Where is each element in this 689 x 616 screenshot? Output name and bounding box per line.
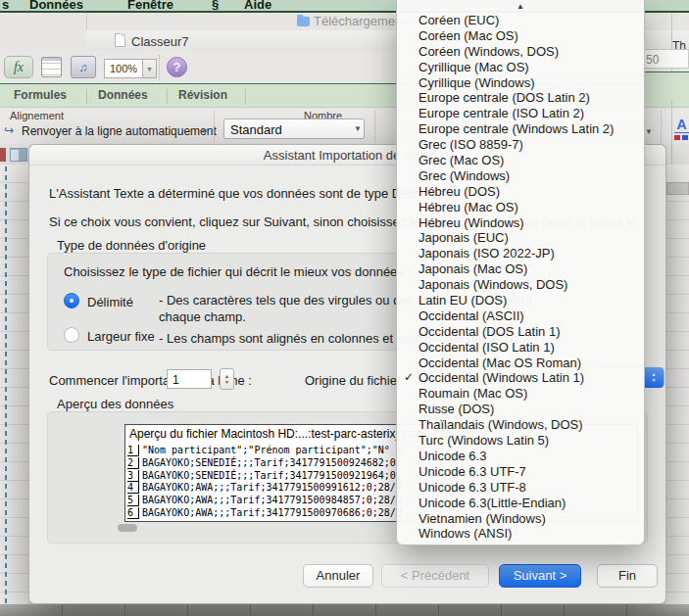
encoding-menu-item[interactable]: ✓ Japonais (EUC) bbox=[397, 230, 644, 246]
radio-delimited[interactable] bbox=[64, 293, 79, 308]
encoding-menu-item[interactable]: ✓ Europe centrale (DOS Latin 2) bbox=[397, 90, 644, 106]
encoding-menu-item[interactable]: ✓ Occidental (Mac OS Roman) bbox=[397, 355, 644, 371]
file-origin-popup-menu: ▲ ✓ Coréen (EUC) ✓ Coréen (Mac OS) ✓ Cor… bbox=[396, 0, 645, 545]
encoding-menu-item[interactable]: ✓ Russe (DOS) bbox=[397, 402, 644, 417]
borders-icon[interactable] bbox=[10, 148, 27, 162]
encoding-menu-item[interactable]: ✓ Grec (ISO 8859-7) bbox=[397, 137, 644, 153]
selected-cell[interactable] bbox=[666, 182, 689, 195]
wrap-text-control[interactable]: Renvoyer à la ligne automatiquement bbox=[22, 124, 217, 138]
encoding-menu-item[interactable]: ✓ Thaïlandais (Windows, DOS) bbox=[397, 417, 644, 433]
encoding-menu-item-label: Occidental (DOS Latin 1) bbox=[418, 324, 561, 339]
wrap-text-icon: ↪ bbox=[4, 123, 19, 138]
encoding-menu-item-label: Occidental (Mac OS Roman) bbox=[418, 355, 581, 370]
encoding-menu-item[interactable]: ✓ Windows (ANSI) bbox=[397, 526, 644, 542]
encoding-menu-item-label: Europe centrale (Windows Latin 2) bbox=[418, 121, 614, 136]
file-origin-label: Origine du fichier : bbox=[305, 373, 409, 388]
encoding-menu-item-label: Vietnamien (Windows) bbox=[418, 511, 546, 526]
encoding-menu-item-label: Occidental (Windows Latin 1) bbox=[418, 370, 584, 385]
encoding-menu-item[interactable]: ✓ Occidental (DOS Latin 1) bbox=[397, 324, 644, 340]
zoom-select[interactable]: 100% bbox=[104, 59, 143, 78]
toolbar-divider bbox=[159, 55, 160, 80]
encoding-menu-item[interactable]: ✓ Grec (Mac OS) bbox=[397, 153, 644, 168]
cell-value-field: 50 bbox=[642, 49, 689, 69]
encoding-menu-item[interactable]: ✓ Hébreu (DOS) bbox=[397, 184, 644, 200]
encoding-menu-item-label: Europe centrale (DOS Latin 2) bbox=[418, 90, 590, 105]
encoding-menu-item-label: Russe (DOS) bbox=[418, 402, 494, 416]
font-color-icon[interactable]: A bbox=[674, 117, 689, 133]
fill-color-icon[interactable] bbox=[0, 148, 6, 162]
encoding-menu-item[interactable]: ✓ Unicode 6.3 UTF-7 bbox=[397, 464, 644, 480]
radio-fixed-width[interactable] bbox=[64, 327, 79, 343]
page-break-line bbox=[5, 166, 7, 604]
formula-builder-button[interactable]: fx bbox=[4, 56, 33, 78]
document-icon bbox=[115, 33, 125, 47]
encoding-menu-item[interactable]: ✓ Occidental (ISO Latin 1) bbox=[397, 340, 644, 355]
encoding-menu-item[interactable]: ✓ Coréen (EUC) bbox=[397, 13, 644, 28]
encoding-menu-item-label: Unicode 6.3 UTF-8 bbox=[418, 480, 526, 495]
encoding-menu-item[interactable]: ✓ Coréen (Mac OS) bbox=[397, 28, 644, 44]
group-divider bbox=[214, 111, 215, 143]
menu-item-partial[interactable]: s bbox=[2, 0, 9, 11]
spreadsheet-bottom-band bbox=[0, 604, 689, 616]
zoom-dropdown-arrow[interactable]: ▼ bbox=[143, 59, 157, 78]
encoding-menu-item[interactable]: ✓ Europe centrale (Windows Latin 2) bbox=[397, 121, 644, 137]
encoding-menu-item[interactable]: ✓ Vietnamien (Windows) bbox=[397, 511, 644, 527]
delimited-desc-2: chaque champ. bbox=[159, 309, 246, 324]
encoding-menu-item[interactable]: ✓ Hébreu (Mac OS) bbox=[397, 200, 644, 215]
finish-button[interactable]: Fin bbox=[597, 564, 658, 588]
encoding-menu-item[interactable]: ✓ Grec (Windows) bbox=[397, 168, 644, 184]
menu-item-aide[interactable]: Aide bbox=[244, 0, 271, 11]
cancel-button[interactable]: Annuler bbox=[303, 564, 373, 588]
next-button[interactable]: Suivant > bbox=[499, 564, 581, 588]
encoding-menu-item-label: Grec (Windows) bbox=[418, 168, 510, 183]
tab-formules[interactable]: Formules bbox=[14, 88, 67, 102]
group-divider bbox=[374, 111, 375, 143]
encoding-menu-item-label: Japonais (ISO 2022-JP) bbox=[418, 246, 555, 261]
sheet-icon[interactable] bbox=[41, 57, 62, 77]
help-button[interactable]: ? bbox=[167, 57, 187, 77]
encoding-menu-item-label: Unicode 6.3(Little-Endian) bbox=[418, 496, 566, 510]
encoding-menu-item[interactable]: ✓ Unicode 6.3(Little-Endian) bbox=[397, 496, 644, 511]
encoding-menu-item[interactable]: ✓ Unicode 6.3 UTF-8 bbox=[397, 480, 644, 496]
previous-button: < Précédent bbox=[381, 564, 489, 588]
encoding-menu-item-label: Turc (Windows Latin 5) bbox=[418, 433, 549, 448]
radio-delimited-label[interactable]: Délimité bbox=[87, 295, 133, 309]
encoding-menu-item[interactable]: ✓ Coréen (Windows, DOS) bbox=[397, 44, 644, 60]
scroll-up-arrow-icon[interactable]: ▲ bbox=[397, 0, 644, 13]
tab-donnees[interactable]: Données bbox=[98, 88, 148, 102]
group-divider bbox=[661, 111, 662, 143]
script-menu-icon[interactable]: § bbox=[212, 0, 219, 11]
media-browser-icon[interactable]: ♫ bbox=[71, 56, 96, 78]
encoding-menu-item[interactable]: ✓ Japonais (Windows, DOS) bbox=[397, 277, 644, 293]
encoding-menu-item[interactable]: ✓ Europe centrale (ISO Latin 2) bbox=[397, 106, 644, 121]
chevron-down-icon: ▼ bbox=[354, 124, 362, 133]
encoding-menu-item-label: Hébreu (Windows) bbox=[418, 215, 524, 230]
import-row-input[interactable]: 1 bbox=[167, 369, 212, 389]
encoding-menu-item[interactable]: ✓ Hébreu (Windows) bbox=[397, 215, 644, 231]
menu-item-fenetre[interactable]: Fenêtre bbox=[127, 0, 173, 11]
row-number: 6 bbox=[127, 507, 139, 519]
menu-item-donnees[interactable]: Données bbox=[29, 0, 83, 11]
encoding-menu-item[interactable]: ✓ Roumain (Mac OS) bbox=[397, 386, 644, 402]
chevron-down-icon[interactable]: ▼ bbox=[645, 127, 653, 136]
row-text: BAGAYOKO;AWA;;;Tarif;3417791500970686;0;… bbox=[139, 507, 402, 520]
encoding-menu-item[interactable]: ✓ Cyrillique (Mac OS) bbox=[397, 60, 644, 75]
encoding-menu-item[interactable]: ✓ Turc (Windows Latin 5) bbox=[397, 433, 644, 449]
encoding-menu-item-label: Hébreu (DOS) bbox=[418, 184, 500, 199]
tab-revision[interactable]: Révision bbox=[178, 88, 227, 102]
encoding-menu-item[interactable]: ✓ Japonais (ISO 2022-JP) bbox=[397, 246, 644, 261]
color-swatch-red bbox=[674, 135, 680, 140]
import-row-stepper[interactable]: ▲▼ bbox=[220, 368, 234, 390]
encoding-menu-item[interactable]: ✓ Occidental (ASCII) bbox=[397, 308, 644, 324]
encoding-menu-item[interactable]: ✓ Cyrillique (Windows) bbox=[397, 75, 644, 91]
encoding-menu-item[interactable]: ✓ Japonais (Mac OS) bbox=[397, 261, 644, 277]
encoding-menu-item[interactable]: ✓ Occidental (Windows Latin 1) bbox=[397, 370, 644, 386]
wrap-text-dropdown-arrow[interactable]: ▼ bbox=[201, 127, 209, 136]
radio-fixed-width-label[interactable]: Largeur fixe bbox=[87, 329, 155, 344]
number-format-select[interactable]: Standard ▼ bbox=[223, 118, 365, 139]
encoding-menu-item[interactable]: ✓ Latin EU (DOS) bbox=[397, 293, 644, 308]
horizontal-scrollbar-thumb[interactable] bbox=[118, 524, 137, 532]
encoding-menu-item-label: Roumain (Mac OS) bbox=[418, 386, 527, 401]
encoding-menu-item[interactable]: ✓ Unicode 6.3 bbox=[397, 449, 644, 464]
tab-separator bbox=[86, 89, 87, 104]
